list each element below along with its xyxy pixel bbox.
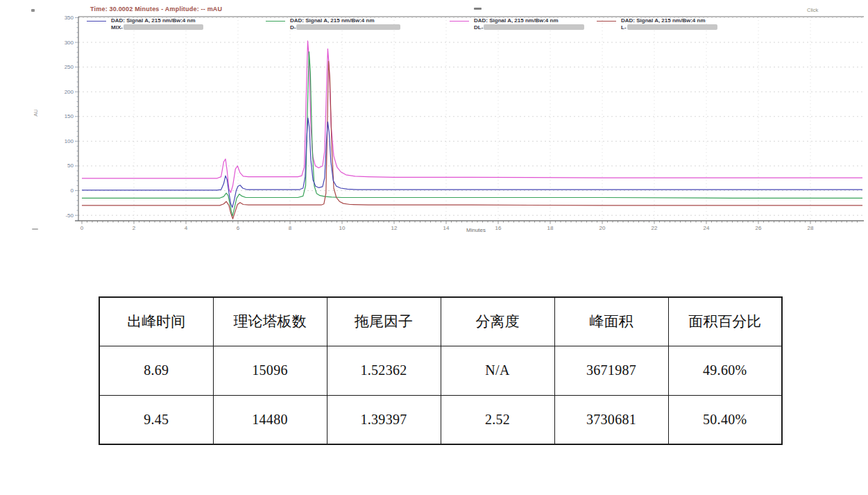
screen-artifact-dash bbox=[474, 8, 482, 10]
header-resolution: 分离度 bbox=[441, 297, 554, 346]
trace-mix bbox=[82, 118, 862, 208]
cell-resolution: N/A bbox=[441, 346, 554, 395]
legend-label: DAD: Signal A, 215 nm/Bw:4 nm DL- bbox=[474, 17, 584, 31]
screen-artifact-dot bbox=[31, 9, 35, 12]
cell-peak-area: 3730681 bbox=[554, 395, 668, 444]
legend-item-dl: DAD: Signal A, 215 nm/Bw:4 nm DL- bbox=[450, 17, 584, 31]
table-row: 8.69 15096 1.52362 N/A 3671987 49.60% bbox=[99, 346, 782, 395]
chromatogram-report-page: 350300250200150100500-500246810121416182… bbox=[0, 0, 868, 495]
y-tick-label: -50 bbox=[65, 212, 74, 219]
x-tick-label: 0 bbox=[80, 225, 84, 231]
cell-theoretical-plates: 15096 bbox=[213, 346, 327, 395]
y-tick-label: 350 bbox=[65, 15, 74, 21]
x-tick-label: 24 bbox=[704, 225, 710, 231]
x-tick-label: 14 bbox=[443, 225, 450, 231]
y-tick-label: 200 bbox=[65, 89, 74, 95]
x-tick-label: 10 bbox=[339, 225, 346, 231]
cell-theoretical-plates: 14480 bbox=[213, 395, 327, 444]
legend-signal-text: DAD: Signal A, 215 nm/Bw:4 nm bbox=[474, 17, 559, 24]
header-theoretical-plates: 理论塔板数 bbox=[213, 297, 327, 346]
screen-artifact-dash-bottom bbox=[32, 228, 38, 230]
y-tick-label: 0 bbox=[71, 187, 74, 194]
x-tick-label: 12 bbox=[391, 225, 398, 231]
y-axis-unit-label: AU bbox=[33, 109, 39, 116]
chromatogram-plot: 350300250200150100500-500246810121416182… bbox=[0, 0, 868, 250]
legend-label: DAD: Signal A, 215 nm/Bw:4 nm D- bbox=[290, 17, 400, 31]
legend-label: DAD: Signal A, 215 nm/Bw:4 nm L- bbox=[621, 17, 717, 31]
x-tick-label: 16 bbox=[495, 225, 502, 231]
legend-sample-prefix: L- bbox=[621, 24, 627, 31]
x-tick-label: 20 bbox=[599, 225, 606, 231]
y-tick-label: 300 bbox=[65, 40, 74, 46]
legend-sample-prefix: D- bbox=[290, 24, 296, 31]
x-tick-label: 18 bbox=[547, 225, 554, 231]
x-tick-label: 2 bbox=[133, 225, 136, 231]
legend-sample-prefix: DL- bbox=[474, 24, 483, 31]
cell-peak-area: 3671987 bbox=[554, 346, 668, 395]
table-row: 9.45 14480 1.39397 2.52 3730681 50.40% bbox=[99, 395, 782, 444]
header-retention-time: 出峰时间 bbox=[99, 297, 213, 346]
header-tailing-factor: 拖尾因子 bbox=[327, 297, 441, 346]
chart-title: Time: 30.0002 Minutes - Amplitude: -- mA… bbox=[90, 6, 222, 12]
legend-line-swatch-green bbox=[266, 21, 285, 22]
cell-area-percent: 49.60% bbox=[668, 346, 782, 395]
legend-signal-text: DAD: Signal A, 215 nm/Bw:4 nm bbox=[290, 17, 375, 24]
x-tick-label: 6 bbox=[237, 225, 240, 231]
legend-line-swatch-darkred bbox=[597, 21, 616, 22]
y-tick-label: 150 bbox=[65, 113, 74, 119]
x-tick-label: 4 bbox=[185, 225, 188, 231]
cell-retention-time: 9.45 bbox=[99, 395, 213, 444]
legend-sample-prefix: MIX- bbox=[111, 24, 123, 31]
x-tick-label: 22 bbox=[652, 225, 658, 231]
redaction-blob bbox=[627, 24, 717, 30]
x-tick-label: 26 bbox=[756, 225, 762, 231]
header-area-percent: 面积百分比 bbox=[668, 297, 782, 346]
redaction-blob bbox=[296, 24, 400, 30]
cell-resolution: 2.52 bbox=[441, 395, 554, 444]
legend-line-swatch-magenta bbox=[450, 21, 469, 22]
legend-item-d: DAD: Signal A, 215 nm/Bw:4 nm D- bbox=[266, 17, 400, 31]
y-tick-label: 100 bbox=[65, 138, 74, 144]
y-tick-label: 50 bbox=[67, 162, 74, 169]
trace-d bbox=[82, 52, 862, 217]
redaction-blob bbox=[124, 24, 203, 30]
table-header-row: 出峰时间 理论塔板数 拖尾因子 分离度 峰面积 面积百分比 bbox=[99, 297, 782, 346]
legend-item-mix: DAD: Signal A, 215 nm/Bw:4 nm MIX- bbox=[87, 17, 203, 31]
trace-l bbox=[82, 61, 862, 219]
legend-line-swatch-blue bbox=[87, 21, 106, 22]
x-tick-label: 8 bbox=[289, 225, 292, 231]
x-axis-unit-label: Minutes bbox=[466, 227, 486, 233]
legend-item-l: DAD: Signal A, 215 nm/Bw:4 nm L- bbox=[597, 17, 717, 31]
y-tick-label: 250 bbox=[65, 64, 74, 70]
header-peak-area: 峰面积 bbox=[554, 297, 668, 346]
cell-area-percent: 50.40% bbox=[668, 395, 782, 444]
click-label[interactable]: Click bbox=[807, 7, 818, 13]
legend-label: DAD: Signal A, 215 nm/Bw:4 nm MIX- bbox=[111, 17, 203, 31]
cell-retention-time: 8.69 bbox=[99, 346, 213, 395]
redaction-blob bbox=[484, 24, 584, 30]
legend-signal-text: DAD: Signal A, 215 nm/Bw:4 nm bbox=[621, 17, 706, 24]
peak-results-table: 出峰时间 理论塔板数 拖尾因子 分离度 峰面积 面积百分比 8.69 15096… bbox=[99, 296, 783, 445]
x-tick-label: 28 bbox=[808, 225, 814, 231]
cell-tailing-factor: 1.39397 bbox=[327, 395, 441, 444]
legend-signal-text: DAD: Signal A, 215 nm/Bw:4 nm bbox=[111, 17, 196, 24]
cell-tailing-factor: 1.52362 bbox=[327, 346, 441, 395]
